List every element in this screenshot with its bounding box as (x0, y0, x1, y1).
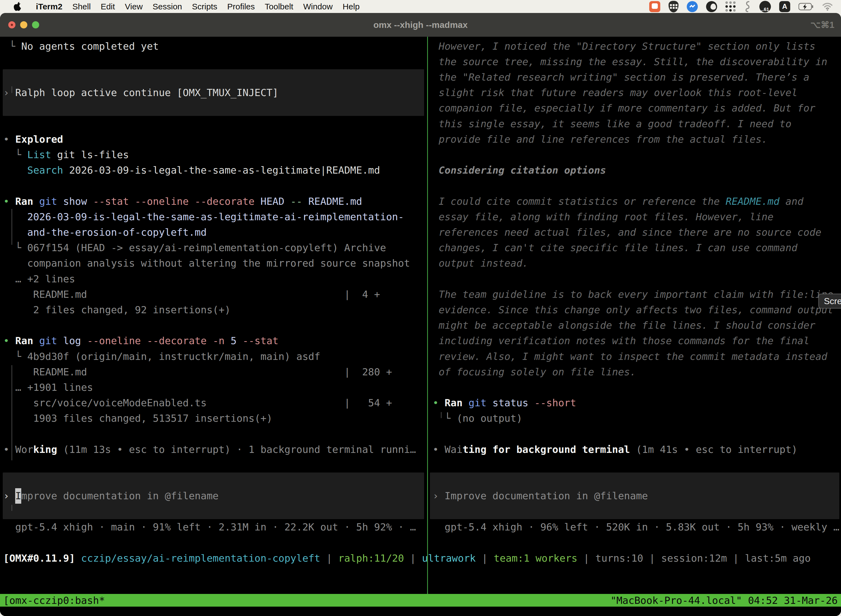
terminal-line: 1903 files changed, 513517 insertions(+) (3, 411, 273, 427)
terminal-line: Considering citation options (433, 163, 606, 178)
right-pane[interactable]: However, I noticed the "Directory Struct… (429, 37, 841, 594)
terminal-line: slight risk that future readers may over… (433, 85, 797, 101)
window-bottom-strip (0, 607, 841, 616)
window-shortcut-badge: ⌥⌘1 (810, 13, 834, 37)
menu-items: iTerm2ShellEditViewSessionScriptsProfile… (31, 2, 365, 11)
chat-icon[interactable] (649, 1, 660, 12)
menu-item-window[interactable]: Window (298, 2, 338, 11)
wifi-icon[interactable] (822, 3, 833, 11)
tmux-host-clock: "MacBook-Pro-44.local" 04:52 31-Mar-26 (610, 595, 838, 606)
terminal-line: of focusing solely on file lines. (433, 364, 636, 380)
terminal-line: this single essay, it seems like a good … (433, 116, 791, 132)
screenshot-tooltip: Scre (818, 294, 841, 308)
terminal-line: and-the-erosion-of-copyleft.md (3, 224, 207, 240)
squiggle-icon[interactable] (744, 1, 751, 12)
tooltip-text: Scre (824, 296, 841, 307)
terminal-line: • Explored (3, 131, 63, 147)
menu-item-iterm2[interactable]: iTerm2 (31, 2, 67, 11)
terminal-line: essay file, along with finding root file… (433, 209, 774, 224)
battery-icon[interactable] (799, 3, 814, 10)
menu-item-toolbelt[interactable]: Toolbelt (260, 2, 298, 11)
terminal-line: evidence. Since this change only affects… (433, 302, 833, 318)
tmux-session-label: [omx-cczip0:bash* (3, 595, 105, 606)
terminal-line: └ List git ls-files (3, 147, 129, 163)
terminal-line: changes, I can't cite specific file line… (433, 240, 797, 256)
terminal-line: › Improve documentation in @filename (433, 488, 648, 504)
dots-grid-icon[interactable] (725, 1, 736, 12)
terminal-line: … +1901 lines (3, 380, 93, 395)
menu-item-edit[interactable]: Edit (96, 2, 120, 11)
messenger-icon[interactable] (687, 1, 698, 12)
iterm2-window: omx --xhigh --madmax ⌥⌘1 └ No agents com… (0, 13, 841, 616)
terminal-line: references need actual files, and since … (433, 224, 821, 240)
terminal-line: README.md | 4 + (3, 286, 380, 302)
letter-a-icon[interactable]: A (779, 1, 790, 12)
terminal-line: └ 067f154 (HEAD -> essay/ai-reimplementa… (3, 240, 386, 256)
terminal-line: • Waiting for background terminal (1m 41… (433, 441, 797, 457)
terminal-line: … +2 lines (3, 271, 75, 287)
left-pane-lines: └ No agents completed yet› Ralph loop ac… (3, 38, 427, 594)
terminal-line: the "Related research writing" section i… (433, 69, 809, 85)
pane-divider[interactable] (427, 37, 428, 594)
menu-item-help[interactable]: Help (338, 2, 365, 11)
terminal-line: companion file, especially if more comme… (433, 100, 815, 116)
terminal-line: gpt-5.4 xhigh · 96% left · 520K in · 5.8… (433, 519, 840, 535)
terminal-line: src/voice/voiceModeEnabled.ts | 54 + (3, 395, 392, 411)
apple-icon[interactable] (13, 1, 23, 12)
terminal-area[interactable]: └ No agents completed yet› Ralph loop ac… (0, 37, 841, 594)
terminal-line: the source tree, missing the essay. Stil… (433, 54, 827, 70)
terminal-line: gpt-5.4 xhigh · main · 91% left · 2.31M … (3, 519, 416, 535)
menu-bar-left: iTerm2ShellEditViewSessionScriptsProfile… (0, 1, 365, 12)
menu-item-scripts[interactable]: Scripts (187, 2, 223, 11)
terminal-line: Search 2026-03-09-is-legal-the-same-as-l… (3, 163, 380, 178)
window-title: omx --xhigh --madmax (0, 13, 841, 37)
terminal-line: › Ralph loop active continue [OMX_TMUX_I… (3, 85, 278, 101)
terminal-line: companion analysis without altering the … (3, 255, 410, 271)
terminal-line: However, I noticed the "Directory Struct… (433, 38, 815, 54)
terminal-line: provide file and line references from th… (433, 131, 768, 147)
badge-61-icon[interactable]: ..61 (759, 1, 771, 12)
terminal-line: including verification notes with those … (433, 333, 809, 349)
terminal-line: └ (no output) (433, 411, 522, 427)
terminal-line: README.md | 280 + (3, 364, 392, 380)
terminal-line: might be acceptable alongside the file l… (433, 318, 815, 333)
menu-item-shell[interactable]: Shell (67, 2, 96, 11)
tree-connector (12, 505, 12, 511)
terminal-line: └ 4b9d30f (origin/main, instructkr/main,… (3, 349, 320, 364)
terminal-line: • Ran git status --short (433, 395, 576, 411)
terminal-line: › Improve documentation in @filename (3, 488, 218, 504)
terminal-line: 2026-03-09-is-legal-the-same-as-legitima… (3, 209, 404, 224)
left-pane[interactable]: └ No agents completed yet› Ralph loop ac… (0, 37, 427, 594)
menu-item-session[interactable]: Session (148, 2, 187, 11)
terminal-line: • Ran git log --oneline --decorate -n 5 … (3, 333, 278, 349)
shield-icon[interactable] (668, 1, 678, 12)
moon-icon[interactable] (706, 1, 717, 12)
terminal-line: The team guideline is to back every impo… (433, 286, 833, 302)
menu-bar: iTerm2ShellEditViewSessionScriptsProfile… (0, 0, 841, 13)
terminal-line: [OMX#0.11.9] cczip/essay/ai-reimplementa… (3, 550, 811, 566)
tmux-status-bar: [omx-cczip0:bash* "MacBook-Pro-44.local"… (0, 594, 841, 607)
terminal-line: I could cite commit statistics or refere… (433, 194, 803, 209)
terminal-line: • Working (11m 13s • esc to interrupt) ·… (3, 441, 416, 457)
terminal-line: • Ran git show --stat --oneline --decora… (3, 194, 362, 209)
terminal-line: output instead. (433, 255, 528, 271)
omx-status-line: [OMX#0.11.9] cczip/essay/ai-reimplementa… (3, 550, 841, 594)
menu-item-profiles[interactable]: Profiles (222, 2, 259, 11)
terminal-line: 2 files changed, 92 insertions(+) (3, 302, 231, 318)
right-pane-lines: However, I noticed the "Directory Struct… (433, 38, 841, 594)
menu-item-view[interactable]: View (120, 2, 148, 11)
terminal-line: └ No agents completed yet (3, 38, 159, 54)
menu-bar-status-icons: ..61 A (649, 1, 841, 12)
terminal-line: review. Also, I might want to inspect th… (433, 349, 827, 364)
title-bar[interactable]: omx --xhigh --madmax ⌥⌘1 (0, 13, 841, 37)
